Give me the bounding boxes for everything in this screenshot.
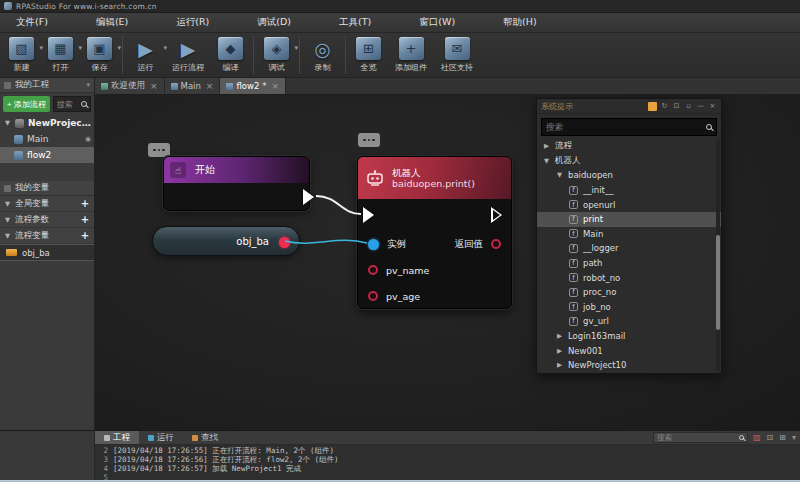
comp-item-init[interactable]: __init__ — [537, 183, 721, 198]
caret-icon[interactable] — [4, 119, 11, 127]
new-button[interactable]: ▧▾新建 — [2, 35, 41, 73]
group-flow-parameters[interactable]: 流程参数+ — [0, 212, 94, 228]
log-tab-find[interactable]: 查找 — [183, 431, 227, 444]
tab-welcome[interactable]: 欢迎使用× — [95, 78, 165, 94]
refresh-icon[interactable]: ↻ — [660, 102, 669, 111]
sidebar-item-newproject1[interactable]: NewProject1 — [0, 115, 94, 131]
comp-item-newproject10[interactable]: NewProject10 — [537, 358, 721, 373]
caret-icon[interactable] — [556, 361, 563, 369]
minimize-icon[interactable]: — — [696, 102, 705, 111]
comp-item-gv-url[interactable]: gv_url — [537, 314, 721, 329]
dropdown-caret-icon[interactable]: ▾ — [294, 44, 298, 52]
caret-icon[interactable] — [556, 171, 563, 179]
log-search[interactable] — [653, 432, 748, 443]
component-search-input[interactable] — [546, 122, 706, 132]
add-flow-button[interactable]: +添加流程 — [3, 96, 50, 112]
item-label: NewProject1 — [28, 118, 91, 128]
caret-icon[interactable] — [543, 142, 550, 150]
exec-out-port[interactable] — [303, 189, 314, 205]
group-flow-variables[interactable]: 流程变量+ — [0, 228, 94, 244]
menu-debug[interactable]: 调试(D) — [247, 13, 301, 32]
log-tab-run[interactable]: 运行 — [139, 431, 183, 444]
comp-item-flow[interactable]: 流程 — [537, 139, 721, 154]
variable-out-port[interactable] — [279, 237, 290, 248]
comp-item-openurl[interactable]: openurl — [537, 197, 721, 212]
comp-item-baiduopen[interactable]: baiduopen — [537, 168, 721, 183]
scrollbar-thumb[interactable] — [716, 235, 720, 330]
comp-item-robot[interactable]: 机器人 — [537, 154, 721, 169]
panel-menu-icon[interactable]: ▾ — [86, 81, 90, 89]
comp-item-logger[interactable]: __logger — [537, 241, 721, 256]
project-search-input[interactable] — [57, 100, 81, 109]
comp-item-job-no[interactable]: job_no — [537, 300, 721, 315]
record-button[interactable]: ◎录制 — [303, 35, 342, 73]
add-component-button[interactable]: +添加组件 — [388, 35, 434, 73]
robot-node[interactable]: 机器人 baiduopen.print() 实例 返回值 — [357, 156, 512, 309]
comp-item-path[interactable]: path — [537, 256, 721, 271]
run-flow-button[interactable]: ▶运行流程 — [165, 35, 211, 73]
dropdown-caret-icon[interactable]: ▾ — [117, 44, 121, 52]
caret-icon[interactable] — [4, 216, 11, 224]
dock-icon[interactable]: ⊡ — [672, 102, 681, 111]
community-support-button[interactable]: ✉社区支持 — [434, 35, 480, 73]
exec-out-port[interactable] — [491, 207, 502, 223]
tab-main[interactable]: Main× — [165, 78, 221, 94]
menu-edit[interactable]: 编辑(E) — [86, 13, 138, 32]
scrollbar-track[interactable] — [716, 140, 720, 371]
caret-icon[interactable] — [556, 332, 563, 340]
menu-file[interactable]: 文件(F) — [6, 13, 58, 32]
variable-node-obj-ba[interactable]: obj_ba — [152, 226, 300, 256]
comp-item-print[interactable]: print — [537, 212, 721, 227]
start-node[interactable]: 开始 — [163, 156, 310, 211]
param-in-port[interactable] — [368, 265, 378, 275]
log-search-input[interactable] — [657, 433, 739, 442]
more-icon[interactable]: ▾ — [792, 433, 796, 443]
open-button[interactable]: ▦▾打开 — [41, 35, 80, 73]
menu-tools[interactable]: 工具(T) — [329, 13, 381, 32]
close-tab-icon[interactable]: × — [272, 81, 280, 91]
compile-button[interactable]: ◆编译 — [211, 35, 250, 73]
save-button[interactable]: ▣▾保存 — [80, 35, 119, 73]
add-variable-button[interactable]: + — [80, 198, 90, 209]
menu-run[interactable]: 运行(R) — [166, 13, 219, 32]
comp-item-main-fn[interactable]: Main — [537, 227, 721, 242]
close-icon[interactable]: × — [708, 102, 717, 111]
instance-in-port[interactable] — [368, 239, 379, 250]
tab-flow2[interactable]: flow2*× — [220, 78, 286, 94]
comment-icon[interactable] — [358, 133, 380, 147]
clear-log-icon[interactable]: ▨ — [753, 433, 761, 443]
comp-item-new001[interactable]: New001 — [537, 343, 721, 358]
debug-button[interactable]: ◈▾调试 — [257, 35, 296, 73]
overview-button[interactable]: ⊞全览 — [349, 35, 388, 73]
project-search[interactable] — [53, 96, 91, 112]
pin-icon[interactable] — [648, 102, 657, 111]
flow-canvas[interactable]: 开始 obj_ba — [95, 95, 800, 430]
lock-scroll-icon[interactable]: ⊡ — [767, 433, 774, 443]
exec-in-port[interactable] — [363, 207, 374, 223]
sidebar-item-main[interactable]: Main◉ — [0, 131, 94, 147]
log-tab-project[interactable]: 工程 — [95, 431, 139, 444]
float-icon[interactable]: ▫ — [684, 102, 693, 111]
add-variable-button[interactable]: + — [80, 214, 90, 225]
return-out-port[interactable] — [491, 239, 501, 249]
menu-window[interactable]: 窗口(W) — [409, 13, 465, 32]
comp-item-proc-no[interactable]: proc_no — [537, 285, 721, 300]
menu-help[interactable]: 帮助(H) — [493, 13, 547, 32]
caret-icon[interactable] — [556, 347, 563, 355]
close-tab-icon[interactable]: × — [150, 81, 158, 91]
sidebar-item-flow2[interactable]: flow2 — [0, 147, 94, 163]
comp-item-login163mail[interactable]: Login163mail — [537, 329, 721, 344]
component-search[interactable] — [541, 118, 717, 136]
caret-icon[interactable] — [4, 200, 11, 208]
comment-icon[interactable] — [148, 143, 170, 157]
caret-icon[interactable] — [543, 157, 550, 165]
variable-obj-ba[interactable]: obj_ba — [0, 244, 94, 261]
add-variable-button[interactable]: + — [80, 230, 90, 241]
close-tab-icon[interactable]: × — [206, 81, 214, 91]
run-button[interactable]: ▶▾运行 — [126, 35, 165, 73]
group-global-variables[interactable]: 全局变量+ — [0, 196, 94, 212]
param-in-port[interactable] — [368, 291, 378, 301]
comp-item-robot-no[interactable]: robot_no — [537, 270, 721, 285]
float-window-icon[interactable]: ⊞ — [779, 433, 786, 443]
caret-icon[interactable] — [4, 232, 11, 240]
